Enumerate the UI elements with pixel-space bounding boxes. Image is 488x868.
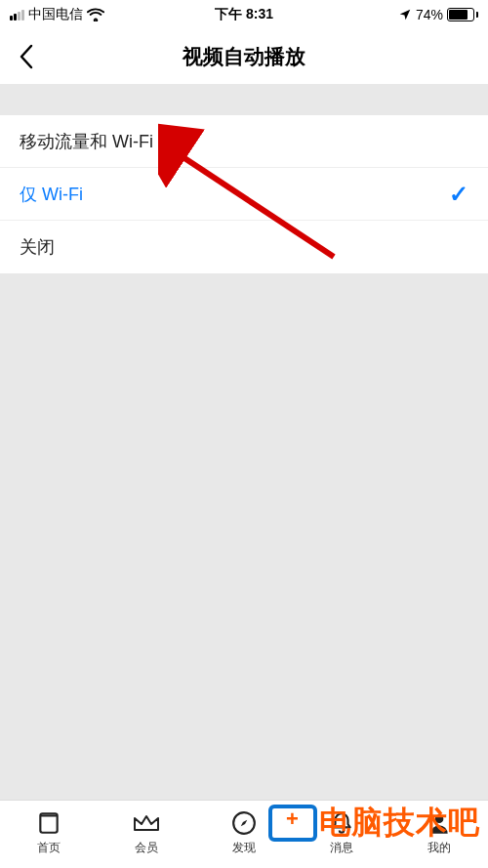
status-time: 下午 8:31: [215, 6, 273, 23]
section-spacer: [0, 84, 488, 115]
location-icon: [398, 8, 412, 21]
person-icon: [425, 808, 454, 838]
bottom-tab-bar: 首页 会员 发现 消息 我的: [0, 800, 488, 868]
page-title: 视频自动播放: [183, 43, 305, 70]
option-wifi-only[interactable]: 仅 Wi-Fi ✓: [0, 168, 488, 221]
content-area: [0, 273, 488, 810]
tab-label: 发现: [232, 840, 256, 856]
status-right: 74%: [398, 7, 478, 22]
wifi-icon: [87, 8, 104, 21]
crown-icon: [132, 808, 161, 838]
status-left: 中国电信: [10, 6, 104, 23]
tab-member[interactable]: 会员: [117, 808, 176, 856]
svg-point-3: [435, 814, 444, 823]
option-label: 仅 Wi-Fi: [20, 183, 83, 206]
option-list: 移动流量和 Wi-Fi ✓ 仅 Wi-Fi ✓ 关闭 ✓: [0, 115, 488, 273]
tab-label: 首页: [37, 840, 61, 856]
option-mobile-and-wifi[interactable]: 移动流量和 Wi-Fi ✓: [0, 115, 488, 168]
tab-label: 我的: [427, 840, 451, 856]
bell-icon: [327, 808, 356, 838]
tab-label: 会员: [135, 840, 158, 856]
carrier-label: 中国电信: [28, 6, 83, 23]
chevron-left-icon: [19, 44, 34, 69]
tab-label: 消息: [330, 840, 353, 856]
status-bar: 中国电信 下午 8:31 74%: [0, 0, 488, 29]
nav-header: 视频自动播放: [0, 29, 488, 84]
tab-me[interactable]: 我的: [410, 808, 468, 856]
option-label: 关闭: [20, 235, 55, 259]
tab-messages[interactable]: 消息: [312, 808, 371, 856]
option-off[interactable]: 关闭 ✓: [0, 221, 488, 273]
checkmark-icon: ✓: [449, 181, 468, 208]
tab-discover[interactable]: 发现: [215, 808, 273, 856]
battery-percent: 74%: [416, 7, 443, 22]
option-label: 移动流量和 Wi-Fi: [20, 130, 153, 153]
compass-icon: [229, 808, 259, 838]
back-button[interactable]: [12, 42, 41, 71]
signal-icon: [10, 10, 24, 21]
battery-icon: [447, 8, 478, 21]
tab-home[interactable]: 首页: [20, 808, 78, 856]
home-icon: [34, 808, 63, 838]
